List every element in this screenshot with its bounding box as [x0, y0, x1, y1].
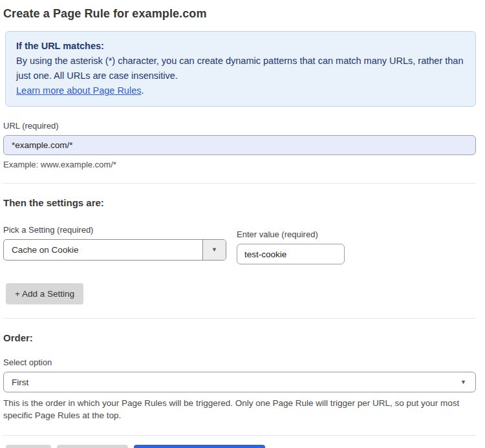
setting-value-input[interactable]: [237, 244, 345, 264]
info-banner-heading: If the URL matches:: [16, 39, 465, 54]
url-helper-text: Example: www.example.com/*: [3, 160, 476, 169]
page-title: Create a Page Rule for example.com: [3, 7, 476, 21]
url-field-label: URL (required): [3, 121, 476, 131]
order-select-label: Select option: [3, 357, 476, 367]
order-select[interactable]: First ▼: [3, 372, 476, 392]
info-banner: If the URL matches: By using the asteris…: [5, 31, 476, 107]
add-setting-button[interactable]: + Add a Setting: [6, 283, 83, 304]
cancel-button[interactable]: Cancel: [6, 445, 51, 448]
url-input[interactable]: [3, 135, 476, 155]
form-actions: Cancel Save as Draft Save and Deploy Pag…: [6, 445, 476, 448]
chevron-down-icon: ▼: [460, 379, 466, 385]
create-page-rule-form: Create a Page Rule for example.com If th…: [0, 0, 485, 448]
setting-select-dropdown-button[interactable]: ▼: [202, 240, 226, 260]
link-suffix: .: [141, 85, 144, 96]
save-and-deploy-button[interactable]: Save and Deploy Page Rule: [134, 445, 266, 448]
divider: [3, 435, 476, 436]
setting-select-value: Cache on Cookie: [4, 240, 202, 260]
divider: [3, 318, 476, 319]
info-banner-link-line: Learn more about Page Rules.: [16, 83, 465, 98]
order-section-heading: Order:: [3, 332, 476, 343]
order-helper-text: This is the order in which your Page Rul…: [3, 397, 476, 421]
divider: [3, 183, 476, 184]
setting-value-label: Enter value (required): [237, 229, 345, 239]
setting-select[interactable]: Cache on Cookie ▼: [3, 239, 226, 261]
settings-row: Pick a Setting (required) Cache on Cooki…: [3, 225, 476, 264]
setting-value-column: Enter value (required): [237, 229, 345, 264]
info-banner-body: By using the asterisk (*) character, you…: [16, 54, 465, 83]
order-select-value: First: [12, 378, 28, 387]
chevron-down-icon: ▼: [211, 247, 217, 253]
learn-more-link[interactable]: Learn more about Page Rules: [16, 85, 141, 96]
setting-select-column: Pick a Setting (required) Cache on Cooki…: [3, 225, 226, 264]
settings-section-heading: Then the settings are:: [3, 197, 476, 208]
setting-select-label: Pick a Setting (required): [3, 225, 226, 235]
save-as-draft-button[interactable]: Save as Draft: [57, 445, 128, 448]
